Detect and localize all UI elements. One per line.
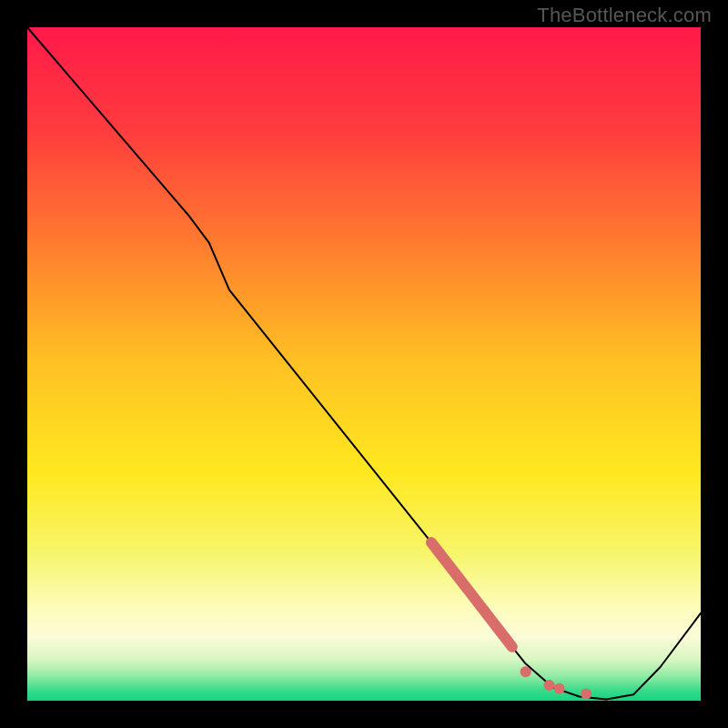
bottleneck-chart	[0, 0, 728, 728]
recommended-dot	[521, 666, 531, 677]
recommended-dot	[544, 680, 555, 691]
recommended-dot	[554, 683, 565, 694]
chart-container: TheBottleneck.com	[0, 0, 728, 728]
plot-background	[27, 27, 701, 701]
watermark-text: TheBottleneck.com	[537, 4, 712, 27]
recommended-dot	[581, 689, 592, 700]
